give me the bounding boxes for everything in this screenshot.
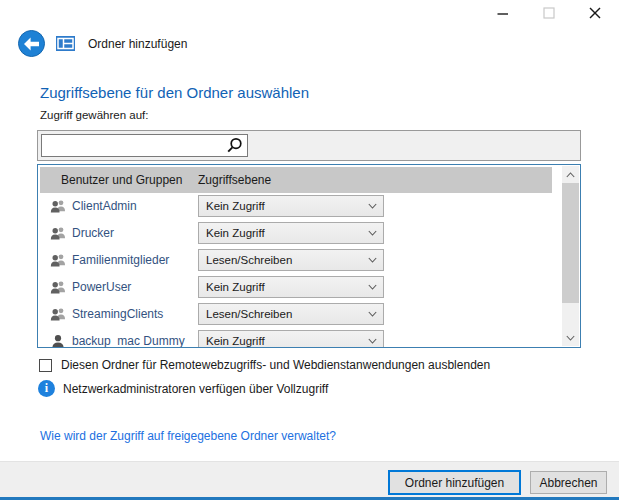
back-button[interactable] bbox=[18, 30, 45, 57]
group-icon bbox=[50, 226, 67, 241]
hide-folder-checkbox[interactable] bbox=[39, 359, 52, 372]
dialog-title: Ordner hinzufügen bbox=[88, 37, 187, 51]
hide-folder-label: Diesen Ordner für Remotewebzugriffs- und… bbox=[61, 358, 490, 372]
chevron-down-icon bbox=[368, 257, 377, 263]
chevron-down-icon bbox=[368, 338, 377, 344]
minimize-button[interactable] bbox=[493, 4, 513, 22]
back-arrow-icon bbox=[23, 37, 40, 51]
user-table-body: ClientAdmin Kein Zugriff Drucker Kein Zu… bbox=[40, 193, 563, 347]
column-access-level: Zugriffsebene bbox=[198, 173, 271, 187]
close-icon bbox=[589, 7, 601, 19]
table-row[interactable]: Drucker Kein Zugriff bbox=[40, 220, 563, 247]
admin-info-row: i Netzwerkadministratoren verfügen über … bbox=[38, 380, 328, 397]
chevron-down-icon bbox=[368, 284, 377, 290]
access-help-link[interactable]: Wie wird der Zugriff auf freigegebene Or… bbox=[40, 429, 336, 443]
maximize-icon bbox=[543, 7, 555, 19]
search-label: Zugriff gewähren auf: bbox=[40, 109, 148, 121]
group-icon bbox=[50, 253, 67, 268]
user-name: ClientAdmin bbox=[72, 199, 194, 213]
info-icon: i bbox=[38, 380, 55, 397]
access-level-value: Kein Zugriff bbox=[199, 281, 368, 293]
maximize-button[interactable] bbox=[539, 4, 559, 22]
scroll-up-icon[interactable] bbox=[562, 166, 579, 183]
access-level-select[interactable]: Kein Zugriff bbox=[198, 330, 384, 347]
search-box[interactable] bbox=[41, 134, 248, 157]
chevron-down-icon bbox=[368, 230, 377, 236]
access-level-select[interactable]: Lesen/Schreiben bbox=[198, 249, 384, 271]
chevron-down-icon bbox=[368, 311, 377, 317]
access-level-select[interactable]: Kein Zugriff bbox=[198, 276, 384, 298]
table-row[interactable]: Familienmitglieder Lesen/Schreiben bbox=[40, 247, 563, 274]
user-icon bbox=[50, 334, 67, 347]
minimize-icon bbox=[497, 7, 509, 19]
search-input[interactable] bbox=[42, 136, 226, 155]
user-name: PowerUser bbox=[72, 280, 194, 294]
group-icon bbox=[50, 199, 67, 214]
user-name: Familienmitglieder bbox=[72, 253, 194, 267]
group-icon bbox=[50, 307, 67, 322]
add-folder-button[interactable]: Ordner hinzufügen bbox=[388, 470, 521, 495]
dialog-footer: Ordner hinzufügen Abbrechen bbox=[0, 461, 619, 497]
access-level-value: Lesen/Schreiben bbox=[199, 308, 368, 320]
access-level-value: Lesen/Schreiben bbox=[199, 254, 368, 266]
table-header: Benutzer und Gruppen Zugriffsebene bbox=[40, 167, 552, 193]
table-row[interactable]: StreamingClients Lesen/Schreiben bbox=[40, 301, 563, 328]
user-name: StreamingClients bbox=[72, 307, 194, 321]
user-access-table: Benutzer und Gruppen Zugriffsebene Clien… bbox=[37, 164, 581, 348]
group-icon bbox=[50, 280, 67, 295]
access-level-select[interactable]: Lesen/Schreiben bbox=[198, 303, 384, 325]
table-row[interactable]: ClientAdmin Kein Zugriff bbox=[40, 193, 563, 220]
folder-wizard-icon bbox=[56, 36, 75, 51]
access-level-select[interactable]: Kein Zugriff bbox=[198, 195, 384, 217]
search-icon bbox=[226, 137, 243, 154]
access-level-select[interactable]: Kein Zugriff bbox=[198, 222, 384, 244]
search-bar bbox=[37, 130, 581, 161]
chevron-down-icon bbox=[368, 203, 377, 209]
access-level-value: Kein Zugriff bbox=[199, 335, 368, 347]
admin-info-text: Netzwerkadministratoren verfügen über Vo… bbox=[63, 382, 328, 396]
page-title: Zugriffsebene für den Ordner auswählen bbox=[40, 84, 309, 101]
hide-folder-checkbox-row[interactable]: Diesen Ordner für Remotewebzugriffs- und… bbox=[39, 358, 490, 372]
access-level-value: Kein Zugriff bbox=[199, 227, 368, 239]
table-row[interactable]: backup_mac Dummy Kein Zugriff bbox=[40, 328, 563, 347]
close-button[interactable] bbox=[585, 4, 605, 22]
scroll-down-icon[interactable] bbox=[562, 329, 579, 346]
window-controls bbox=[493, 4, 605, 22]
scrollbar-thumb[interactable] bbox=[562, 183, 579, 303]
vertical-scrollbar[interactable] bbox=[562, 166, 579, 346]
table-row[interactable]: PowerUser Kein Zugriff bbox=[40, 274, 563, 301]
add-folder-dialog: Ordner hinzufügen Zugriffsebene für den … bbox=[0, 0, 619, 504]
user-name: Drucker bbox=[72, 226, 194, 240]
cancel-button[interactable]: Abbrechen bbox=[530, 471, 607, 494]
window-bottom-border bbox=[0, 497, 619, 500]
user-name: backup_mac Dummy bbox=[72, 334, 194, 347]
access-level-value: Kein Zugriff bbox=[199, 200, 368, 212]
column-users-groups: Benutzer und Gruppen bbox=[61, 173, 198, 187]
